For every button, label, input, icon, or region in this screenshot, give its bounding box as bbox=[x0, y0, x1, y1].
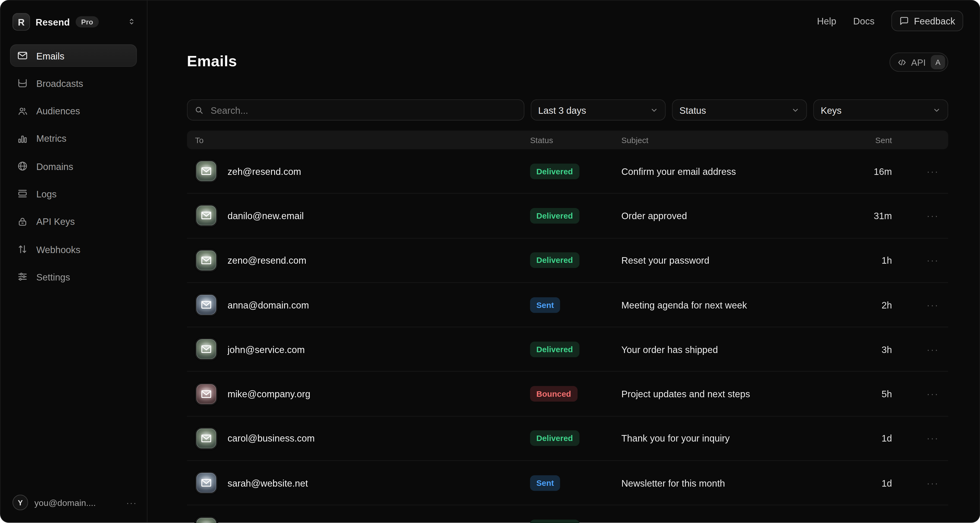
table-row[interactable]: zeh@resend.com Delivered Confirm your em… bbox=[187, 149, 948, 194]
column-header-subject: Subject bbox=[621, 135, 837, 145]
table-row[interactable]: carol@business.com Delivered Thank you f… bbox=[187, 417, 948, 461]
sidebar-item-audiences[interactable]: Audiences bbox=[10, 100, 137, 122]
email-status-tile bbox=[195, 472, 218, 494]
search-icon bbox=[194, 105, 204, 115]
status-badge: Delivered bbox=[530, 520, 579, 523]
email-subject: Your order has shipped bbox=[621, 344, 837, 355]
table-row[interactable]: mike@company.org Bounced Project updates… bbox=[187, 372, 948, 417]
email-status-tile bbox=[195, 338, 218, 361]
chevron-down-icon bbox=[933, 106, 941, 114]
sent-time: 5h bbox=[837, 388, 892, 399]
users-icon bbox=[17, 105, 28, 116]
email-status-tile bbox=[195, 383, 218, 405]
sidebar-nav: Emails Broadcasts Audiences Metrics Doma… bbox=[0, 38, 147, 293]
sent-time: 1d bbox=[837, 478, 892, 488]
status-select-value: Status bbox=[679, 105, 706, 115]
keys-select[interactable]: Keys bbox=[813, 99, 948, 120]
sidebar-item-logs[interactable]: Logs bbox=[10, 183, 137, 205]
page-head: Emails API A bbox=[187, 52, 948, 73]
sent-time: 1d bbox=[837, 433, 892, 444]
email-subject: Meeting agenda for next week bbox=[621, 300, 837, 310]
sidebar-item-emails[interactable]: Emails bbox=[10, 44, 137, 67]
table-row[interactable]: sarah@website.net Sent Newsletter for th… bbox=[187, 461, 948, 506]
sent-time: 3h bbox=[837, 344, 892, 355]
row-menu-ellipsis-icon[interactable]: ··· bbox=[892, 166, 948, 176]
sidebar-item-domains[interactable]: Domains bbox=[10, 155, 137, 178]
user-email: you@domain.... bbox=[35, 498, 96, 508]
chevrons-up-down-icon[interactable] bbox=[127, 17, 135, 25]
email-status-tile bbox=[195, 249, 218, 271]
email-subject: Order approved bbox=[621, 211, 837, 221]
date-range-value: Last 3 days bbox=[538, 105, 586, 115]
row-menu-ellipsis-icon[interactable]: ··· bbox=[892, 433, 948, 444]
email-status-tile bbox=[195, 160, 218, 182]
email-status-tile bbox=[195, 516, 218, 523]
content: Emails API A bbox=[187, 0, 948, 523]
column-header-sent: Sent bbox=[837, 135, 892, 145]
email-subject: Reset your password bbox=[621, 255, 837, 266]
sent-time: 16m bbox=[837, 166, 892, 176]
recipient-email: carol@business.com bbox=[228, 433, 315, 444]
email-status-tile bbox=[195, 427, 218, 450]
sliders-icon bbox=[17, 271, 28, 282]
email-status-tile bbox=[195, 293, 218, 316]
recipient-email: zeh@resend.com bbox=[228, 166, 301, 176]
row-menu-ellipsis-icon[interactable]: ··· bbox=[892, 344, 948, 355]
sidebar-item-metrics[interactable]: Metrics bbox=[10, 127, 137, 150]
main-area: Help Docs Feedback Emails API bbox=[148, 0, 980, 523]
search-box[interactable] bbox=[187, 99, 525, 120]
status-badge: Sent bbox=[530, 475, 560, 491]
row-menu-ellipsis-icon[interactable]: ··· bbox=[892, 388, 948, 399]
table-row[interactable]: zeno@resend.com Delivered Reset your pas… bbox=[187, 238, 948, 283]
status-badge: Delivered bbox=[530, 208, 579, 224]
recipient-email: danilo@new.email bbox=[228, 211, 304, 221]
keys-select-value: Keys bbox=[821, 105, 842, 115]
rows-icon bbox=[17, 188, 28, 199]
chevron-down-icon bbox=[791, 106, 800, 114]
status-badge: Delivered bbox=[530, 431, 579, 447]
email-subject: Newsletter for this month bbox=[621, 478, 837, 488]
user-account-row[interactable]: Y you@domain.... ··· bbox=[0, 486, 147, 523]
brand-name: Resend bbox=[36, 17, 70, 27]
lock-icon bbox=[17, 216, 28, 227]
api-button-label: API bbox=[911, 57, 926, 67]
user-menu-ellipsis-icon[interactable]: ··· bbox=[126, 498, 137, 508]
plan-badge: Pro bbox=[76, 16, 99, 27]
table-row[interactable]: danilo@new.email Delivered Order approve… bbox=[187, 194, 948, 238]
row-menu-ellipsis-icon[interactable]: ··· bbox=[892, 255, 948, 266]
table-row[interactable]: john@service.com Delivered Your order ha… bbox=[187, 328, 948, 372]
api-shortcut-key: A bbox=[931, 55, 945, 69]
row-menu-ellipsis-icon[interactable]: ··· bbox=[892, 478, 948, 488]
code-icon bbox=[897, 58, 906, 67]
status-badge: Sent bbox=[530, 297, 560, 313]
row-menu-ellipsis-icon[interactable]: ··· bbox=[892, 300, 948, 310]
arrows-up-down-icon bbox=[17, 244, 28, 255]
workspace-switcher[interactable]: R Resend Pro bbox=[0, 0, 147, 38]
sidebar-spacer bbox=[0, 293, 147, 486]
row-menu-ellipsis-icon[interactable]: ··· bbox=[892, 211, 948, 221]
email-subject: Thank you for your inquiry bbox=[621, 433, 837, 444]
resend-logo-icon: R bbox=[13, 13, 30, 30]
recipient-email: zeno@resend.com bbox=[228, 255, 306, 266]
sidebar: R Resend Pro Emails Broadcasts Audiences… bbox=[0, 0, 148, 523]
page-title: Emails bbox=[187, 52, 237, 69]
sidebar-item-api-keys[interactable]: API Keys bbox=[10, 211, 137, 233]
status-badge: Delivered bbox=[530, 252, 579, 268]
table-row[interactable]: Delivered bbox=[187, 506, 948, 523]
table-row[interactable]: anna@domain.com Sent Meeting agenda for … bbox=[187, 283, 948, 328]
mail-icon bbox=[17, 50, 28, 61]
status-select[interactable]: Status bbox=[672, 99, 807, 120]
sent-time: 31m bbox=[837, 211, 892, 221]
sidebar-item-broadcasts[interactable]: Broadcasts bbox=[10, 72, 137, 95]
recipient-email: anna@domain.com bbox=[228, 300, 309, 310]
column-header-status: Status bbox=[530, 135, 621, 145]
search-input[interactable] bbox=[210, 104, 517, 116]
email-subject: Project updates and next steps bbox=[621, 388, 837, 399]
date-range-select[interactable]: Last 3 days bbox=[531, 99, 666, 120]
chevron-down-icon bbox=[650, 106, 658, 114]
status-badge: Bounced bbox=[530, 386, 577, 402]
sidebar-item-settings[interactable]: Settings bbox=[10, 266, 137, 288]
bar-chart-icon bbox=[17, 133, 28, 144]
sidebar-item-webhooks[interactable]: Webhooks bbox=[10, 238, 137, 260]
api-button[interactable]: API A bbox=[889, 52, 948, 72]
